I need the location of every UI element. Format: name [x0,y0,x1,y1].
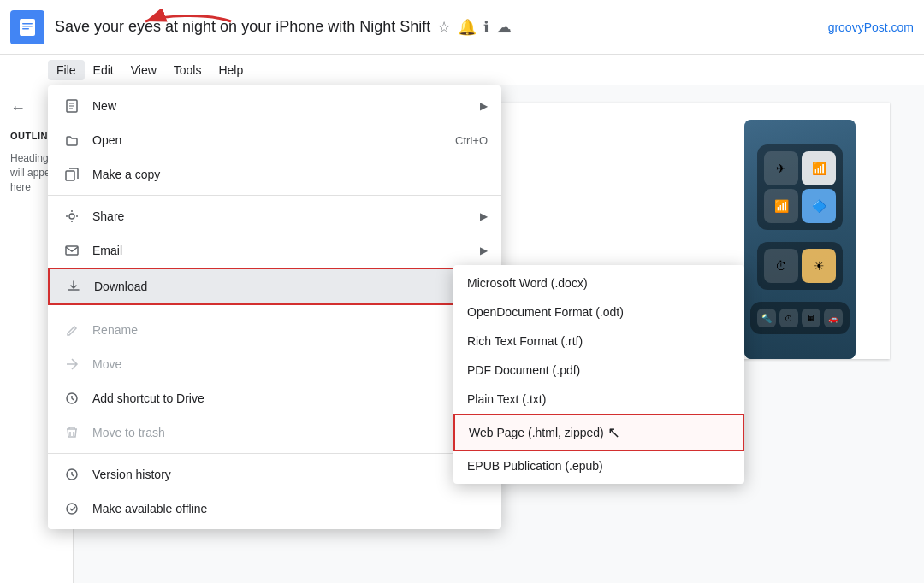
submenu-html[interactable]: Web Page (.html, zipped) ↖ [453,414,744,451]
back-arrow-icon: ← [10,99,26,117]
svg-rect-8 [66,246,78,255]
menu-rename-label: Rename [92,323,488,337]
doc-title-area: Save your eyes at night on your iPhone w… [55,18,914,37]
divider-3 [48,453,501,454]
submenu-odt-label: OpenDocument Format (.odt) [467,305,624,319]
menu-version-label: Version history [92,468,480,481]
history-icon [62,464,82,485]
menu-move-label: Move [92,357,488,371]
menu-open-label: Open [92,133,455,147]
menu-make-copy[interactable]: Make a copy [48,157,501,191]
menu-shortcut-label: Add shortcut to Drive [92,392,488,405]
submenu-txt[interactable]: Plain Text (.txt) [453,385,744,414]
offline-icon [62,498,82,519]
drive-icon[interactable]: 🔔 [458,18,477,37]
top-bar: Save your eyes at night on your iPhone w… [0,0,924,55]
menu-copy-label: Make a copy [92,168,488,181]
divider-1 [48,195,501,196]
title-icons: ☆ 🔔 ℹ ☁ [437,18,512,37]
submenu-epub-label: EPUB Publication (.epub) [467,459,603,473]
submenu-rtf-label: Rich Text Format (.rtf) [467,334,583,348]
copy-icon [62,164,82,185]
file-dropdown-menu: New ▶ Open Ctrl+O Make a copy Share ▶ Em… [48,85,501,529]
new-icon [62,96,82,116]
menu-share[interactable]: Share ▶ [48,199,501,233]
menu-share-arrow: ▶ [480,210,488,222]
cursor-indicator: ↖ [607,423,620,442]
menu-bar: File Edit View Tools Help [0,55,924,85]
open-icon [62,130,82,150]
info-icon[interactable]: ℹ [483,18,489,37]
menu-open[interactable]: Open Ctrl+O [48,123,501,157]
download-icon [63,276,84,297]
phone-overlay: ✈ 📶 📶 🔷 ⏱ ☀ 🔦 [744,120,856,359]
menu-new-arrow: ▶ [480,100,488,112]
app-icon [10,10,44,44]
svg-rect-2 [22,26,33,27]
svg-rect-0 [20,19,35,36]
menu-version-history[interactable]: Version history ▶ [48,457,501,492]
menu-new[interactable]: New ▶ [48,89,501,123]
phone-image: ✈ 📶 📶 🔷 ⏱ ☀ 🔦 [744,120,856,359]
trash-icon [62,422,82,443]
divider-2 [48,309,501,309]
menu-trash[interactable]: Move to trash [48,415,501,450]
submenu-odt[interactable]: OpenDocument Format (.odt) [453,297,744,327]
submenu-pdf-label: PDF Document (.pdf) [467,363,580,377]
email-icon [62,240,82,261]
menu-email-arrow: ▶ [480,244,488,256]
doc-title: Save your eyes at night on your iPhone w… [55,18,430,36]
svg-point-11 [67,504,77,514]
submenu-rtf[interactable]: Rich Text Format (.rtf) [453,327,744,356]
menu-item-edit[interactable]: Edit [85,60,122,80]
menu-email-label: Email [92,244,480,257]
menu-download[interactable]: Download ▶ [48,268,501,305]
menu-download-label: Download [94,280,478,293]
svg-point-7 [69,214,74,219]
shortcut-icon [62,388,82,409]
svg-rect-1 [22,23,33,25]
menu-email[interactable]: Email ▶ [48,233,501,268]
menu-item-tools[interactable]: Tools [165,60,210,80]
share-icon [62,206,82,227]
menu-item-view[interactable]: View [122,60,165,80]
download-submenu: Microsoft Word (.docx) OpenDocument Form… [453,265,744,484]
menu-move[interactable]: Move [48,347,501,381]
submenu-pdf[interactable]: PDF Document (.pdf) [453,356,744,385]
submenu-epub[interactable]: EPUB Publication (.epub) [453,451,744,480]
menu-offline-label: Make available offline [92,502,488,515]
groovy-link[interactable]: groovyPost.com [828,21,914,34]
menu-share-label: Share [92,209,480,223]
menu-new-label: New [92,99,480,113]
cloud-icon[interactable]: ☁ [496,18,512,37]
submenu-word-label: Microsoft Word (.docx) [467,276,588,290]
menu-add-shortcut[interactable]: Add shortcut to Drive [48,381,501,415]
move-icon [62,354,82,374]
star-icon[interactable]: ☆ [437,18,451,37]
menu-item-help[interactable]: Help [210,60,252,80]
menu-offline[interactable]: Make available offline [48,492,501,526]
submenu-html-label: Web Page (.html, zipped) [469,426,604,439]
svg-rect-3 [22,28,29,30]
menu-trash-label: Move to trash [92,426,488,439]
menu-open-shortcut: Ctrl+O [455,134,488,147]
menu-rename[interactable]: Rename [48,313,501,347]
submenu-txt-label: Plain Text (.txt) [467,392,546,406]
svg-rect-6 [66,171,74,180]
menu-item-file[interactable]: File [48,60,85,80]
submenu-word[interactable]: Microsoft Word (.docx) [453,268,744,297]
rename-icon [62,320,82,340]
